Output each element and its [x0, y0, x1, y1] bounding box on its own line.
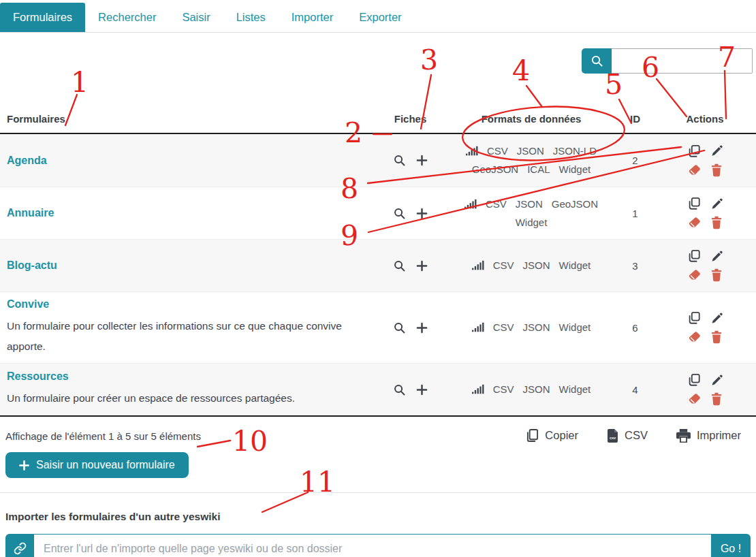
- tab-exporter[interactable]: Exporter: [346, 3, 414, 32]
- duplicate-icon[interactable]: [687, 373, 701, 387]
- format-link[interactable]: JSON-LD: [553, 145, 597, 157]
- copy-table-button[interactable]: Copier: [526, 428, 578, 443]
- add-entry-icon[interactable]: [416, 208, 428, 219]
- format-link[interactable]: JSON: [516, 198, 543, 210]
- table-row: Blog-actu CSV JSON Widget 3: [0, 239, 756, 291]
- go-button[interactable]: Go !: [711, 534, 751, 557]
- delete-trash-icon[interactable]: [710, 268, 723, 282]
- view-entries-icon[interactable]: [393, 321, 406, 334]
- header-id[interactable]: ID: [616, 113, 654, 125]
- format-link[interactable]: Widget: [559, 321, 591, 334]
- delete-trash-icon[interactable]: [710, 330, 723, 344]
- format-link[interactable]: CSV: [493, 259, 514, 272]
- annotation-line-11: [262, 492, 308, 512]
- csv-file-icon: csv: [607, 429, 618, 443]
- delete-trash-icon[interactable]: [710, 163, 723, 177]
- import-url-group: Go !: [5, 534, 751, 557]
- form-link[interactable]: Blog-actu: [7, 259, 57, 272]
- form-description: Un formulaire pour collecter les informa…: [7, 316, 347, 357]
- duplicate-icon[interactable]: [687, 311, 701, 325]
- printer-icon: [676, 429, 691, 443]
- search-button[interactable]: [582, 48, 612, 74]
- annotation-11: 11: [300, 468, 335, 496]
- form-link[interactable]: Annuaire: [7, 207, 54, 219]
- erase-entries-icon[interactable]: [687, 330, 701, 344]
- format-link[interactable]: CSV: [493, 321, 514, 334]
- format-link[interactable]: Widget: [559, 259, 591, 272]
- edit-pencil-icon[interactable]: [710, 144, 723, 158]
- annotation-4: 4: [512, 57, 530, 85]
- edit-pencil-icon[interactable]: [710, 311, 723, 325]
- search-input[interactable]: [612, 48, 753, 74]
- view-entries-icon[interactable]: [393, 259, 406, 272]
- format-link[interactable]: GeoJSON: [552, 198, 598, 210]
- format-link[interactable]: JSON: [523, 321, 550, 334]
- stats-bars-icon[interactable]: [472, 322, 484, 333]
- new-form-button[interactable]: Saisir un nouveau formulaire: [5, 452, 189, 478]
- tab-saisir[interactable]: Saisir: [169, 3, 223, 32]
- add-entry-icon[interactable]: [416, 155, 428, 166]
- format-link[interactable]: GeoJSON: [472, 163, 518, 176]
- duplicate-icon[interactable]: [687, 249, 701, 263]
- delete-trash-icon[interactable]: [710, 216, 723, 229]
- stats-bars-icon[interactable]: [466, 146, 478, 157]
- import-url-input[interactable]: [34, 534, 711, 557]
- annotation-3: 3: [420, 46, 438, 74]
- tab-importer[interactable]: Importer: [279, 3, 346, 32]
- export-csv-button[interactable]: csv CSV: [607, 428, 648, 443]
- table-row: Convive Un formulaire pour collecter les…: [0, 291, 756, 363]
- format-link[interactable]: JSON: [517, 145, 544, 157]
- table-body: Agenda CSV JSON JSON-LD GeoJSON ICAL Wid…: [0, 134, 756, 417]
- format-link[interactable]: JSON: [523, 259, 550, 272]
- format-link[interactable]: Widget: [516, 217, 548, 229]
- tab-rechercher[interactable]: Rechercher: [85, 3, 169, 32]
- erase-entries-icon[interactable]: [687, 163, 701, 177]
- view-entries-icon[interactable]: [393, 154, 406, 167]
- header-formulaires[interactable]: Formulaires: [0, 113, 375, 125]
- plus-icon: [19, 460, 29, 471]
- view-entries-icon[interactable]: [393, 383, 406, 396]
- form-id: 3: [616, 260, 654, 272]
- pagination-info: Affichage de l'élément 1 à 5 sur 5 éléme…: [5, 428, 201, 442]
- format-link[interactable]: CSV: [487, 145, 508, 157]
- table-row: Annuaire CSV JSON GeoJSON Widget 1: [0, 187, 756, 239]
- header-fiches[interactable]: Fiches: [375, 113, 446, 125]
- view-entries-icon[interactable]: [393, 207, 406, 220]
- duplicate-icon[interactable]: [687, 144, 701, 158]
- erase-entries-icon[interactable]: [687, 392, 701, 406]
- form-id: 4: [616, 384, 654, 396]
- format-link[interactable]: JSON: [523, 383, 550, 396]
- svg-text:csv: csv: [610, 436, 616, 440]
- print-table-button[interactable]: Imprimer: [676, 428, 741, 443]
- annotation-5: 5: [605, 71, 623, 99]
- add-entry-icon[interactable]: [416, 384, 428, 396]
- form-link[interactable]: Ressources: [7, 370, 69, 383]
- table-search: [582, 48, 753, 74]
- format-link[interactable]: ICAL: [527, 163, 550, 176]
- format-link[interactable]: CSV: [493, 383, 514, 396]
- add-entry-icon[interactable]: [416, 322, 428, 334]
- forms-table: Formulaires Fiches Formats de données ID…: [0, 106, 756, 417]
- add-entry-icon[interactable]: [416, 260, 428, 272]
- delete-trash-icon[interactable]: [710, 392, 723, 406]
- erase-entries-icon[interactable]: [687, 216, 701, 229]
- format-link[interactable]: CSV: [486, 198, 507, 210]
- duplicate-icon[interactable]: [687, 197, 701, 210]
- form-link[interactable]: Agenda: [7, 155, 47, 167]
- link-icon: [5, 534, 34, 557]
- format-link[interactable]: Widget: [559, 163, 591, 176]
- edit-pencil-icon[interactable]: [710, 373, 723, 387]
- format-link[interactable]: Widget: [559, 383, 591, 396]
- annotation-line-4: [526, 86, 542, 107]
- stats-bars-icon[interactable]: [464, 199, 477, 210]
- erase-entries-icon[interactable]: [687, 268, 701, 282]
- edit-pencil-icon[interactable]: [710, 249, 723, 263]
- stats-bars-icon[interactable]: [472, 384, 484, 395]
- header-formats[interactable]: Formats de données: [446, 113, 616, 125]
- edit-pencil-icon[interactable]: [710, 197, 723, 210]
- stats-bars-icon[interactable]: [472, 260, 484, 271]
- copy-icon: [526, 428, 539, 443]
- tab-formulaires[interactable]: Formulaires: [0, 3, 85, 32]
- form-link[interactable]: Convive: [7, 298, 49, 311]
- tab-listes[interactable]: Listes: [223, 3, 279, 32]
